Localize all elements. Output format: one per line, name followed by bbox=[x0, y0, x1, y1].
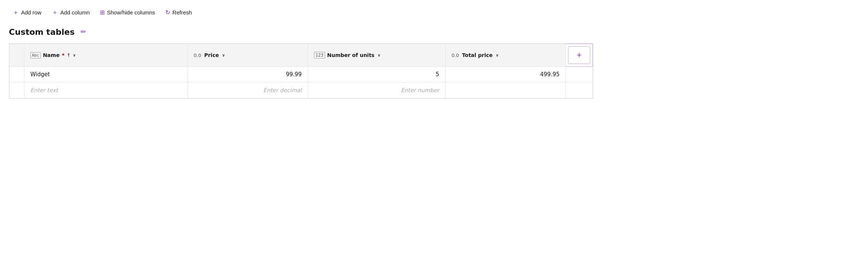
add-column-header[interactable]: + bbox=[566, 44, 593, 67]
col-header-number-of-units[interactable]: 123 Number of units ∨ bbox=[308, 44, 445, 67]
page-title-row: Custom tables ✏ bbox=[9, 26, 859, 37]
total-type-icon: 0.0 bbox=[452, 53, 459, 58]
empty-row-selector bbox=[10, 83, 24, 98]
add-column-label: Add column bbox=[60, 9, 89, 16]
refresh-button[interactable]: ↻ Refresh bbox=[162, 7, 196, 18]
col-total-label: Total price bbox=[462, 52, 493, 58]
plus-icon-header: + bbox=[577, 50, 582, 60]
cell-name-1[interactable]: Widget bbox=[24, 67, 188, 83]
row-selector-cell bbox=[10, 67, 24, 83]
col-header-name[interactable]: Abc Name * ↑ ∨ bbox=[24, 44, 188, 67]
sort-asc-icon: ↑ bbox=[67, 53, 70, 58]
plus-icon: ＋ bbox=[13, 8, 19, 17]
required-star: * bbox=[62, 52, 64, 58]
add-column-button[interactable]: ＋ Add column bbox=[48, 6, 93, 19]
units-value: 5 bbox=[436, 71, 439, 78]
add-row-button[interactable]: ＋ Add row bbox=[9, 6, 45, 19]
price-placeholder: Enter decimal bbox=[263, 87, 302, 94]
units-placeholder: Enter number bbox=[401, 87, 439, 94]
col-price-label: Price bbox=[204, 52, 219, 58]
pencil-icon: ✏ bbox=[81, 28, 86, 36]
col-header-price[interactable]: 0.0 Price ∨ bbox=[188, 44, 308, 67]
cell-total-placeholder[interactable] bbox=[445, 83, 565, 98]
plus-icon-col: ＋ bbox=[52, 8, 58, 17]
toolbar: ＋ Add row ＋ Add column ⊞ Show/hide colum… bbox=[9, 6, 859, 19]
add-row-label: Add row bbox=[21, 9, 41, 16]
units-chevron-icon[interactable]: ∨ bbox=[377, 53, 381, 58]
name-type-icon: Abc bbox=[30, 52, 41, 58]
cell-add-1 bbox=[566, 67, 593, 83]
col-name-label: Name bbox=[43, 52, 60, 58]
price-value: 99.99 bbox=[286, 71, 302, 78]
table-row: Widget 99.99 5 499.95 bbox=[10, 67, 593, 83]
col-units-label: Number of units bbox=[327, 52, 375, 58]
table-row-empty: Enter text Enter decimal Enter number bbox=[10, 83, 593, 98]
cell-total-1[interactable]: 499.95 bbox=[445, 67, 565, 83]
row-selector-header bbox=[10, 44, 24, 67]
name-value: Widget bbox=[30, 71, 50, 78]
cell-name-placeholder[interactable]: Enter text bbox=[24, 83, 188, 98]
cell-units-placeholder[interactable]: Enter number bbox=[308, 83, 445, 98]
refresh-icon: ↻ bbox=[165, 9, 170, 16]
cell-price-placeholder[interactable]: Enter decimal bbox=[188, 83, 308, 98]
cell-price-1[interactable]: 99.99 bbox=[188, 67, 308, 83]
units-type-icon: 123 bbox=[314, 52, 325, 58]
show-hide-label: Show/hide columns bbox=[107, 9, 155, 16]
col-header-total-price[interactable]: 0.0 Total price ∨ bbox=[445, 44, 565, 67]
data-table-wrapper: Abc Name * ↑ ∨ 0.0 Price ∨ bbox=[9, 43, 593, 99]
page-title: Custom tables bbox=[9, 27, 75, 37]
total-chevron-icon[interactable]: ∨ bbox=[496, 53, 499, 58]
chevron-down-icon[interactable]: ∨ bbox=[73, 53, 76, 58]
add-column-header-button[interactable]: + bbox=[568, 46, 590, 64]
refresh-label: Refresh bbox=[172, 9, 192, 16]
name-placeholder: Enter text bbox=[30, 87, 58, 94]
cell-units-1[interactable]: 5 bbox=[308, 67, 445, 83]
show-hide-icon: ⊞ bbox=[100, 9, 105, 16]
table-header-row: Abc Name * ↑ ∨ 0.0 Price ∨ bbox=[10, 44, 593, 67]
total-value: 499.95 bbox=[540, 71, 560, 78]
data-table: Abc Name * ↑ ∨ 0.0 Price ∨ bbox=[9, 44, 593, 98]
price-chevron-icon[interactable]: ∨ bbox=[222, 53, 225, 58]
price-type-icon: 0.0 bbox=[194, 53, 202, 58]
edit-title-button[interactable]: ✏ bbox=[79, 26, 88, 37]
cell-add-empty bbox=[566, 83, 593, 98]
show-hide-button[interactable]: ⊞ Show/hide columns bbox=[96, 7, 159, 18]
